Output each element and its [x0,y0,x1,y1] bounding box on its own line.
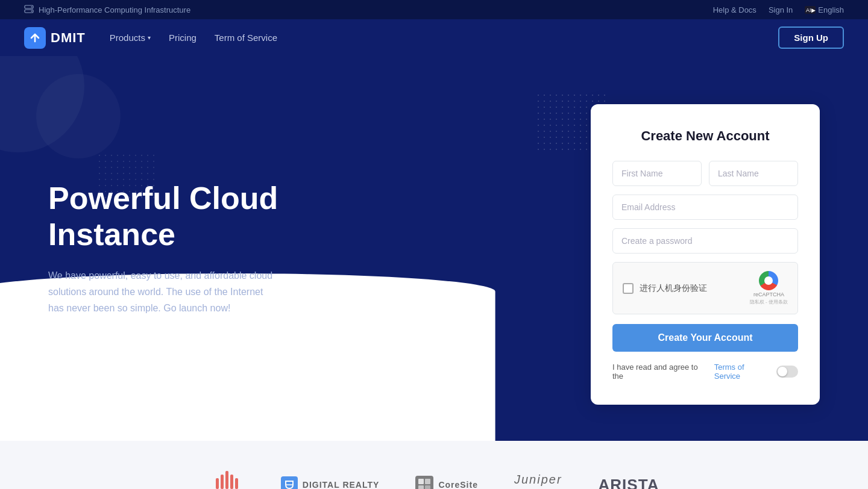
tos-toggle[interactable] [776,366,798,378]
navbar: DMIT Products ▾ Pricing Term of Service … [0,19,868,56]
banner-right: Help & Docs Sign In AI▶ English [713,5,844,14]
recaptcha-logo-icon [759,271,778,290]
svg-rect-12 [425,485,430,489]
juniper-logo: Juniper NETWORKS [514,473,562,490]
recaptcha-sublabel: 隐私权 - 使用条款 [750,299,788,305]
svg-point-3 [31,11,33,12]
flag-icon: AI▶ [805,6,816,14]
svg-rect-8 [415,476,433,489]
name-row [612,161,798,186]
pricing-nav-link[interactable]: Pricing [169,33,197,43]
signup-button[interactable]: Sign Up [778,26,844,49]
products-nav-link[interactable]: Products ▾ [110,33,151,43]
digital-realty-name: DIGITAL REALTY [303,480,380,489]
language-selector[interactable]: AI▶ English [805,5,844,14]
hero-section: Powerful Cloud Instance We have powerful… [0,56,868,441]
svg-rect-11 [418,485,424,489]
password-row [612,228,798,254]
last-name-input[interactable] [709,161,798,186]
logo-icon [24,27,46,49]
arista-logo: ARISTA [599,476,659,490]
banner-tagline: High-Performance Computing Infrastructur… [39,5,190,14]
svg-rect-10 [425,479,430,484]
signup-form-card: Create New Account 进行人机身份验证 reCAPTCHA [591,104,820,405]
email-input[interactable] [612,195,798,220]
digital-realty-icon [281,476,298,489]
hero-description: We have powerful, easy to use, and affor… [48,267,277,317]
tos-nav-link[interactable]: Term of Service [215,33,277,43]
tos-agreement-row: I have read and agree to the Terms of Se… [612,363,798,381]
nav-links: Products ▾ Pricing Term of Service [110,33,277,43]
arista-name: ARISTA [599,476,659,490]
server-icon [24,5,34,14]
logo-link[interactable]: DMIT [24,27,86,49]
captcha-right: reCAPTCHA 隐私权 - 使用条款 [750,271,788,305]
coresite-logo: CoreSite [415,476,478,489]
tos-text: I have read and agree to the [612,363,709,381]
hero-form-area: Create New Account 进行人机身份验证 reCAPTCHA [350,92,820,405]
first-name-input[interactable] [612,161,702,186]
hero-title: Powerful Cloud Instance [48,181,350,253]
juniper-name: Juniper [514,473,562,487]
svg-text:AI▶: AI▶ [806,7,816,13]
help-docs-link[interactable]: Help & Docs [713,5,756,14]
svg-rect-9 [418,479,424,484]
hero-content: Powerful Cloud Instance We have powerful… [48,181,350,316]
svg-rect-6 [281,476,298,489]
signin-link[interactable]: Sign In [769,5,793,14]
recaptcha-label: reCAPTCHA [753,291,784,297]
equinix-bars-icon [216,471,238,489]
coresite-icon [415,476,433,489]
email-row [612,195,798,220]
products-chevron-icon: ▾ [148,34,151,41]
captcha-label: 进行人机身份验证 [640,283,707,294]
language-label: English [818,5,844,14]
navbar-left: DMIT Products ▾ Pricing Term of Service [24,27,277,49]
digital-realty-logo: DIGITAL REALTY [281,476,380,489]
coresite-name: CoreSite [438,480,478,489]
banner-left: High-Performance Computing Infrastructur… [24,5,190,14]
logo-text: DMIT [51,30,86,46]
form-title: Create New Account [612,128,798,144]
svg-point-2 [31,7,33,8]
top-banner: High-Performance Computing Infrastructur… [0,0,868,19]
captcha-box[interactable]: 进行人机身份验证 reCAPTCHA 隐私权 - 使用条款 [612,262,798,314]
captcha-checkbox[interactable] [623,283,634,294]
captcha-left: 进行人机身份验证 [623,283,707,294]
partners-section: EQUINIX DIGITAL REALTY CoreSite Juniper … [0,441,868,489]
password-input[interactable] [612,228,798,254]
tos-link[interactable]: Terms of Service [714,363,772,381]
equinix-logo: EQUINIX [209,471,245,489]
create-account-button[interactable]: Create Your Account [612,324,798,352]
